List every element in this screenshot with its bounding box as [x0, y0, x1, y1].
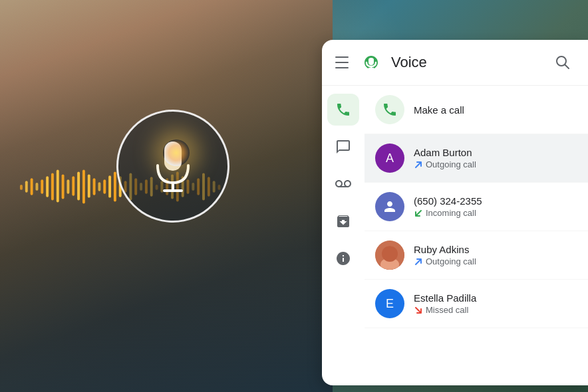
call-info-ruby: Ruby Adkins Outgoing call	[414, 244, 577, 266]
panel-header: Voice	[322, 40, 588, 86]
call-name-ruby: Ruby Adkins	[414, 244, 577, 255]
call-info-adam: Adam Burton Outgoing call	[414, 147, 577, 169]
svg-rect-14	[93, 178, 96, 195]
make-a-call-item[interactable]: Make a call	[365, 86, 588, 134]
call-item-unknown[interactable]: (650) 324-2355 Incoming call	[365, 183, 588, 231]
call-item-adam-burton[interactable]: A Adam Burton Outgoing call	[365, 134, 588, 183]
sidebar-item-calls[interactable]	[327, 94, 359, 126]
sidebar-item-voicemail[interactable]	[327, 168, 359, 200]
hamburger-line-2	[335, 62, 349, 63]
call-item-ruby[interactable]: Ruby Adkins Outgoing call	[365, 231, 588, 280]
hamburger-line-3	[335, 67, 349, 68]
voice-logo-icon	[359, 50, 383, 74]
call-list: Make a call A Adam Burton Outgoing call	[365, 86, 588, 385]
call-item-estella[interactable]: E Estella Padilla Missed call	[365, 280, 588, 328]
svg-rect-2	[31, 178, 33, 195]
avatar-adam: A	[375, 144, 404, 173]
avatar-unknown	[375, 192, 404, 221]
search-button[interactable]	[551, 50, 575, 74]
hamburger-menu[interactable]	[335, 54, 351, 70]
svg-rect-8	[62, 174, 65, 199]
svg-point-48	[384, 246, 396, 258]
light-glow	[163, 140, 190, 166]
call-name-unknown: (650) 324-2355	[414, 195, 577, 207]
sidebar-item-messages[interactable]	[327, 131, 359, 163]
avatar-estella: E	[375, 289, 404, 318]
svg-rect-15	[98, 182, 100, 191]
svg-rect-9	[67, 179, 69, 194]
avatar-ruby	[375, 241, 404, 270]
svg-rect-12	[82, 170, 85, 204]
call-name-adam: Adam Burton	[414, 147, 577, 158]
microphone-circle	[116, 110, 229, 223]
sidebar-item-info[interactable]	[327, 243, 359, 274]
hamburger-line-1	[335, 56, 349, 58]
svg-rect-13	[88, 174, 90, 197]
call-status-adam: Outgoing call	[414, 159, 577, 169]
svg-rect-10	[72, 176, 74, 195]
svg-rect-17	[108, 175, 111, 197]
svg-rect-1	[25, 181, 28, 193]
svg-rect-7	[57, 170, 59, 203]
svg-rect-18	[114, 171, 116, 201]
call-info-unknown: (650) 324-2355 Incoming call	[414, 195, 577, 218]
panel-body: Make a call A Adam Burton Outgoing call	[322, 86, 588, 385]
call-info-estella: Estella Padilla Missed call	[414, 292, 577, 315]
call-status-unknown: Incoming call	[414, 208, 577, 218]
svg-rect-5	[46, 176, 49, 197]
svg-rect-16	[103, 179, 106, 194]
voice-panel: Voice	[322, 40, 588, 385]
call-name-estella: Estella Padilla	[414, 292, 577, 304]
sidebar-item-archive[interactable]	[327, 205, 359, 237]
call-status-ruby: Outgoing call	[414, 256, 577, 266]
svg-line-46	[565, 65, 569, 69]
sidebar	[322, 86, 365, 385]
panel-title: Voice	[391, 54, 543, 71]
svg-rect-6	[51, 173, 54, 200]
svg-rect-4	[41, 179, 43, 194]
svg-rect-0	[20, 185, 23, 190]
make-call-label: Make a call	[414, 104, 464, 116]
svg-rect-3	[35, 183, 38, 191]
svg-rect-11	[77, 171, 80, 200]
call-status-estella: Missed call	[414, 305, 577, 315]
make-call-avatar	[375, 95, 404, 124]
